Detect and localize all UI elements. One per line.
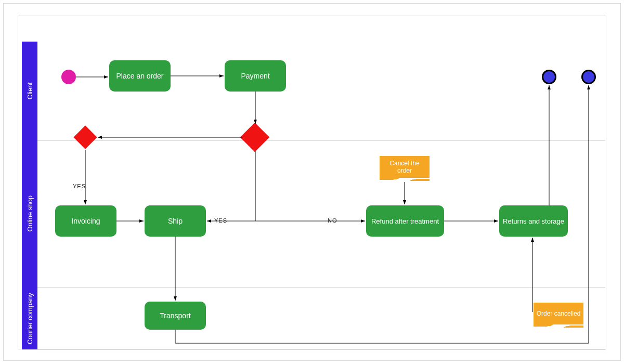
process-returns[interactable]: Returns and storage xyxy=(499,205,568,237)
note-order-cancelled[interactable]: Order cancelled xyxy=(534,303,583,324)
process-ship-label: Ship xyxy=(168,217,183,225)
process-refund[interactable]: Refund after treatment xyxy=(366,205,444,237)
process-invoicing[interactable]: Invoicing xyxy=(55,205,116,237)
process-place-order[interactable]: Place an order xyxy=(109,60,171,92)
end-event-1[interactable] xyxy=(542,70,556,84)
note-order-cancelled-label: Order cancelled xyxy=(537,310,581,317)
process-transport[interactable]: Transport xyxy=(145,302,206,330)
process-transport-label: Transport xyxy=(160,311,190,320)
edge-label-yes-ship: YES xyxy=(214,217,227,224)
start-event[interactable] xyxy=(61,70,76,84)
lane-label-client: Client xyxy=(26,82,34,99)
note-cancel-order[interactable]: Cancel the order xyxy=(380,156,430,178)
process-place-order-label: Place an order xyxy=(116,72,163,80)
edge-label-yes-invoicing: YES xyxy=(73,183,86,189)
lane-header-shop: Online shop xyxy=(22,140,37,287)
process-invoicing-label: Invoicing xyxy=(71,217,100,225)
process-payment-label: Payment xyxy=(241,72,269,80)
process-refund-label: Refund after treatment xyxy=(371,217,439,225)
note-cancel-order-label: Cancel the order xyxy=(382,160,427,174)
lane-header-courier: Courier company xyxy=(22,287,37,349)
lane-label-courier: Courier company xyxy=(26,293,34,344)
end-event-2[interactable] xyxy=(581,70,596,84)
edge-label-no-refund: NO xyxy=(328,217,337,224)
lane-header-client: Client xyxy=(22,42,37,140)
lane-label-shop: Online shop xyxy=(26,196,34,231)
lane-body-courier xyxy=(37,287,605,350)
process-returns-label: Returns and storage xyxy=(503,217,564,225)
process-ship[interactable]: Ship xyxy=(145,205,206,237)
process-payment[interactable]: Payment xyxy=(225,60,286,92)
